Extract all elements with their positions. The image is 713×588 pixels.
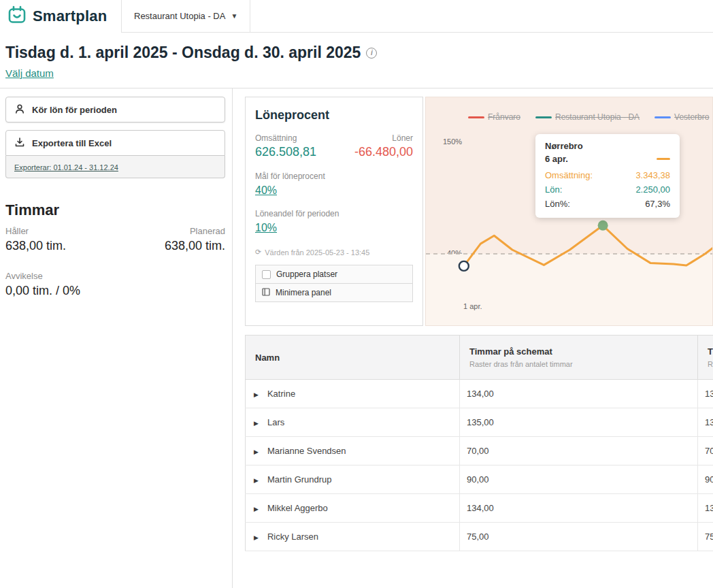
- expand-row-icon[interactable]: ▶: [254, 448, 259, 455]
- planned-label: Planerad: [190, 226, 225, 236]
- revenue-label: Omsättning: [255, 133, 297, 143]
- smartplan-logo-icon: [7, 5, 27, 28]
- run-payroll-label: Kör lön för perioden: [32, 105, 117, 115]
- group-places-toggle[interactable]: Gruppera platser: [255, 265, 413, 284]
- minimize-panel-label: Minimera panel: [276, 288, 331, 297]
- minimize-panel-button[interactable]: Minimera panel: [255, 283, 413, 302]
- table-row[interactable]: ▶Mikkel Aggerbo134,0013: [246, 494, 713, 523]
- legend-swatch: [468, 116, 484, 118]
- expand-row-icon[interactable]: ▶: [254, 534, 259, 541]
- employee-name: Katrine: [267, 389, 295, 399]
- worked-hours: 70: [698, 437, 713, 466]
- export-range-link[interactable]: Exporterar: 01.01.24 - 31.12.24: [14, 163, 118, 172]
- panel-title: Löneprocent: [255, 108, 413, 122]
- expand-row-icon[interactable]: ▶: [254, 391, 259, 398]
- tooltip-row: Omsättning:3.343,38: [545, 168, 670, 182]
- export-group: Exportera till Excel Exporterar: 01.01.2…: [5, 130, 225, 178]
- payroll-chart: FrånvaroRestaurant Utopia - DAVesterbroN…: [425, 97, 713, 326]
- legend-item[interactable]: Frånvaro: [468, 112, 520, 122]
- group-places-label: Gruppera platser: [276, 270, 337, 279]
- scheduled-hours: 134,00: [460, 380, 698, 408]
- column-header-col3-subtitle: Ra: [708, 360, 713, 368]
- holds-label: Håller: [5, 226, 29, 236]
- tooltip-rows: Omsättning:3.343,38Lön:2.250,00Lön%:67,3…: [545, 168, 670, 211]
- column-header-scheduled-subtitle: Raster dras från antalet timmar: [469, 360, 691, 368]
- legend-label: Vesterbro: [674, 112, 709, 122]
- legend-label: Frånvaro: [488, 112, 520, 122]
- target-label: Mål för löneprocent: [255, 172, 413, 181]
- expand-row-icon[interactable]: ▶: [254, 506, 259, 512]
- scheduled-hours: 135,00: [460, 408, 698, 437]
- main-content: Löneprocent Omsättning Löner 626.508,81 …: [233, 88, 713, 588]
- chart-tooltip: Nørrebro 6 apr. Omsättning:3.343,38Lön:2…: [535, 134, 680, 218]
- tooltip-series-dash: [657, 158, 670, 160]
- table-row[interactable]: ▶Katrine134,0013: [246, 380, 713, 408]
- legend-item[interactable]: Vesterbro: [654, 112, 709, 122]
- worked-hours: 90: [698, 466, 713, 494]
- column-header-col3: Ti Ra: [698, 336, 713, 380]
- holds-value: 638,00 tim.: [5, 239, 66, 253]
- tooltip-row: Lön:2.250,00: [545, 182, 670, 197]
- tooltip-title: Nørrebro: [545, 141, 670, 151]
- employee-table: Namn Timmar på schemat Raster dras från …: [245, 335, 713, 551]
- scheduled-hours: 70,00: [460, 437, 698, 466]
- planned-value: 638,00 tim.: [165, 239, 225, 253]
- employee-table-body: ▶Katrine134,0013▶Lars135,0013▶Marianne S…: [246, 380, 713, 551]
- smartplan-logo[interactable]: Smartplan: [0, 0, 116, 33]
- worked-hours: 13: [698, 494, 713, 523]
- brand-name: Smartplan: [33, 7, 107, 25]
- employee-name: Marianne Svendsen: [267, 446, 346, 456]
- expand-row-icon[interactable]: ▶: [254, 477, 259, 484]
- topbar: Smartplan Restaurant Utopia - DA ▼: [0, 0, 713, 33]
- wages-label: Löner: [392, 133, 413, 143]
- worked-hours: 13: [698, 408, 713, 437]
- table-row[interactable]: ▶Ricky Larsen75,0075: [246, 523, 713, 551]
- location-selector[interactable]: Restaurant Utopia - DA ▼: [122, 0, 250, 32]
- employee-name: Lars: [267, 417, 284, 427]
- group-places-checkbox[interactable]: [262, 270, 271, 279]
- legend-swatch: [654, 116, 671, 118]
- hours-title: Timmar: [5, 201, 225, 219]
- chevron-down-icon: ▼: [231, 12, 237, 20]
- choose-date-link[interactable]: Välj datum: [5, 67, 54, 79]
- export-strip: Exporterar: 01.01.24 - 31.12.24: [5, 156, 225, 178]
- table-row[interactable]: ▶Martin Grundrup90,0090: [246, 466, 713, 494]
- title-block: Tisdag d. 1. april 2025 - Onsdag d. 30. …: [0, 33, 713, 88]
- wages-value: -66.480,00: [354, 145, 413, 159]
- legend-label: Restaurant Utopia - DA: [555, 112, 640, 122]
- worked-hours: 75: [698, 523, 713, 551]
- scheduled-hours: 75,00: [460, 523, 698, 551]
- download-icon: [14, 137, 25, 150]
- table-row[interactable]: ▶Lars135,0013: [246, 408, 713, 437]
- export-excel-label: Exportera till Excel: [32, 138, 112, 148]
- export-excel-button[interactable]: Exportera till Excel: [5, 130, 225, 156]
- run-payroll-button[interactable]: Kör lön för perioden: [5, 97, 225, 122]
- info-icon[interactable]: i: [366, 48, 377, 59]
- scheduled-hours: 90,00: [460, 466, 698, 494]
- deviation-label: Avvikelse: [5, 271, 225, 281]
- payroll-percent-panel: Löneprocent Omsättning Löner 626.508,81 …: [245, 97, 423, 326]
- worked-hours: 13: [698, 380, 713, 408]
- refresh-icon: ⟳: [255, 248, 261, 257]
- column-header-name: Namn: [246, 336, 460, 380]
- table-row[interactable]: ▶Marianne Svendsen70,0070: [246, 437, 713, 466]
- scheduled-hours: 134,00: [460, 494, 698, 523]
- person-icon: [14, 103, 25, 116]
- values-from-text: Värden från 2025-05-23 - 13:45: [265, 248, 369, 257]
- chart-legend: FrånvaroRestaurant Utopia - DAVesterbroN…: [468, 112, 713, 122]
- sidebar: Kör lön för perioden Exportera till Exce…: [0, 88, 233, 588]
- column-header-scheduled: Timmar på schemat Raster dras från antal…: [460, 336, 698, 380]
- expand-row-icon[interactable]: ▶: [254, 420, 259, 427]
- employee-name: Ricky Larsen: [267, 532, 318, 542]
- target-value-link[interactable]: 40%: [255, 184, 277, 197]
- page-title: Tisdag d. 1. april 2025 - Onsdag d. 30. …: [5, 44, 361, 62]
- minimize-panel-icon: [262, 288, 270, 298]
- revenue-value: 626.508,81: [255, 145, 316, 159]
- share-label: Löneandel för perioden: [255, 209, 413, 218]
- legend-item[interactable]: Restaurant Utopia - DA: [535, 112, 640, 122]
- location-selector-label: Restaurant Utopia - DA: [134, 11, 225, 21]
- legend-swatch: [535, 116, 552, 118]
- tooltip-date: 6 apr.: [545, 154, 568, 164]
- employee-name: Martin Grundrup: [267, 474, 332, 485]
- share-value-link[interactable]: 10%: [255, 222, 277, 234]
